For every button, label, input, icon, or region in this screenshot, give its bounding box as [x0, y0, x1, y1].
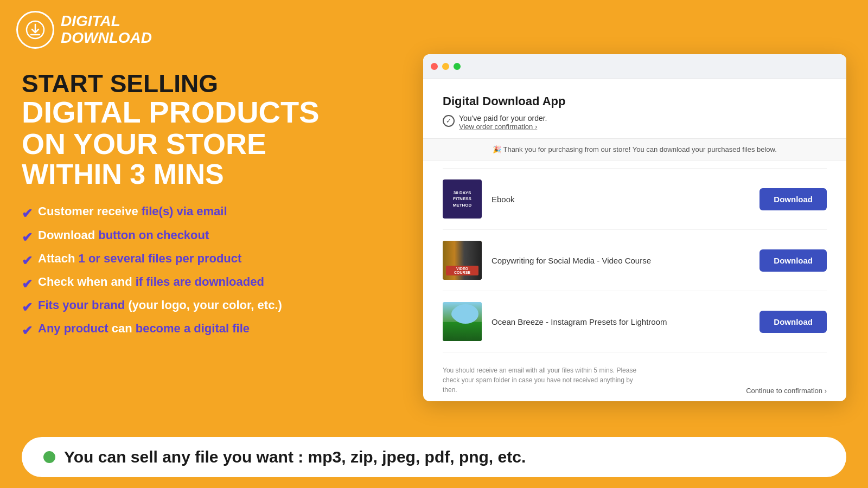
logo-icon	[16, 11, 54, 49]
headline: START SELLING DIGITAL PRODUCTS ON YOUR S…	[22, 70, 336, 189]
check-icon-5: ✔	[22, 299, 33, 316]
check-icon-6: ✔	[22, 322, 33, 339]
logo-line1: DIGITAL	[61, 12, 120, 29]
check-icon-2: ✔	[22, 229, 33, 246]
headline-line1: START SELLING	[22, 70, 336, 97]
download-button-3[interactable]: Download	[760, 311, 827, 333]
product-name-3: Ocean Breeze - Instagram Presets for Lig…	[492, 317, 750, 326]
product-row-2: VIDEO COURSE Copywriting for Social Medi…	[443, 230, 827, 291]
green-dot-icon	[43, 451, 55, 463]
logo-line2: DOWNLOAD	[61, 29, 152, 46]
thank-you-banner: 🎉 Thank you for purchasing from our stor…	[423, 138, 846, 160]
product-thumb-ebook: 30 DAYS FITNESS METHOD	[443, 179, 482, 219]
download-button-2[interactable]: Download	[760, 249, 827, 272]
feature-item-1: ✔ Customer receive file(s) via email	[22, 204, 336, 222]
bottom-banner: You can sell any file you want : mp3, zi…	[22, 437, 846, 477]
feature-item-2: ✔ Download button on checkout	[22, 228, 336, 246]
confirm-link[interactable]: View order confirmation ›	[459, 123, 547, 131]
check-icon-1: ✔	[22, 205, 33, 222]
browser-dot-red[interactable]	[431, 63, 438, 70]
feature-item-4: ✔ Check when and if files are downloaded	[22, 274, 336, 292]
product-thumb-video: VIDEO COURSE	[443, 241, 482, 280]
check-icon-3: ✔	[22, 252, 33, 269]
headline-line2: DIGITAL PRODUCTS	[22, 97, 336, 129]
browser-dot-green[interactable]	[454, 63, 461, 70]
left-content: START SELLING DIGITAL PRODUCTS ON YOUR S…	[22, 70, 336, 339]
product-row-3: Ocean Breeze - Instagram Presets for Lig…	[443, 291, 827, 352]
product-row-1: 30 DAYS FITNESS METHOD Ebook Download	[443, 168, 827, 230]
product-name-1: Ebook	[492, 195, 750, 204]
headline-line4: WITHIN 3 MINS	[22, 159, 336, 189]
product-name-2: Copywriting for Social Media - Video Cou…	[492, 256, 750, 265]
check-icon-4: ✔	[22, 275, 33, 292]
logo-area: DIGITAL DOWNLOAD	[16, 11, 152, 49]
order-text-block: You've paid for your order. View order c…	[459, 114, 547, 131]
headline-line3: ON YOUR STORE	[22, 129, 336, 159]
browser-bar	[423, 54, 846, 79]
feature-item-5: ✔ Fits your brand (your logo, your color…	[22, 298, 336, 316]
browser-mockup: Digital Download App You've paid for you…	[423, 54, 846, 401]
feature-item-3: ✔ Attach 1 or several files per product	[22, 251, 336, 269]
bottom-banner-text: You can sell any file you want : mp3, zi…	[64, 448, 526, 466]
product-thumb-nature	[443, 302, 482, 341]
product-list: 30 DAYS FITNESS METHOD Ebook Download VI…	[443, 168, 827, 352]
features-list: ✔ Customer receive file(s) via email ✔ D…	[22, 204, 336, 339]
browser-dot-yellow[interactable]	[442, 63, 449, 70]
paid-text: You've paid for your order.	[459, 114, 547, 123]
footer-area: You should receive an email with all you…	[443, 355, 827, 395]
order-status: You've paid for your order. View order c…	[443, 114, 827, 131]
app-title: Digital Download App	[443, 94, 827, 108]
logo-text: DIGITAL DOWNLOAD	[61, 13, 152, 47]
app-content: Digital Download App You've paid for you…	[423, 79, 846, 401]
continue-link[interactable]: Continue to confirmation ›	[746, 387, 827, 395]
feature-item-6: ✔ Any product can become a digital file	[22, 321, 336, 339]
footer-note: You should receive an email with all you…	[443, 365, 649, 395]
download-button-1[interactable]: Download	[760, 188, 827, 210]
order-check-icon	[443, 115, 455, 127]
